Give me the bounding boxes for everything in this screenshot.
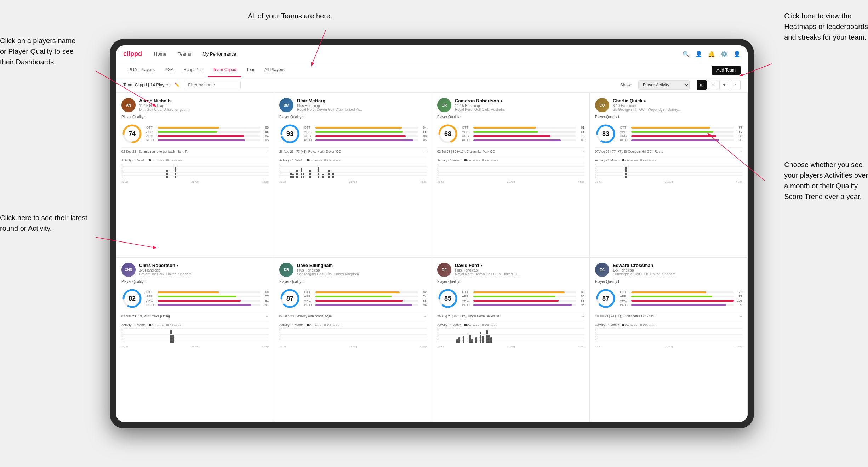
activity-title: Activity · 1 Month xyxy=(437,323,462,327)
legend-on-course: On course xyxy=(464,324,480,327)
round-arrow-icon: → xyxy=(423,150,427,153)
stat-bar-bg-app xyxy=(473,131,576,133)
quality-circle[interactable]: 83 xyxy=(595,123,616,144)
player-name[interactable]: Chris Robertson ● xyxy=(139,263,269,268)
player-handicap: 1-5 Handicap xyxy=(139,268,269,272)
recent-round[interactable]: 18 Jul 23 | 74 (+4), Sunningdale GC - Ol… xyxy=(595,312,742,318)
show-select[interactable]: Player Activity Quality Score Trend xyxy=(638,80,690,90)
stat-bar-ott xyxy=(631,127,710,129)
activity-header: Activity · 1 Month On course Off course xyxy=(279,159,427,162)
filter-button[interactable]: ▼ xyxy=(719,80,729,90)
player-avatar: DB xyxy=(279,263,293,277)
player-info: Aaron Nicholls 11-15 Handicap Drift Golf… xyxy=(139,98,269,112)
stat-label-ott: OTT xyxy=(304,290,314,294)
stat-bar-ott xyxy=(631,291,706,293)
chart-area: 5 4 3 2 1 31 Jul 21 Aug 4 Sep xyxy=(595,164,742,183)
search-input[interactable] xyxy=(184,81,241,89)
player-club: Craigmillar Park, United Kingdom xyxy=(139,272,269,276)
stat-row-putt: PUTT 95 xyxy=(304,138,427,142)
quality-label: Player Quality ℹ xyxy=(437,280,584,284)
quality-circle[interactable]: 82 xyxy=(121,288,143,309)
player-header: AN Aaron Nicholls 11-15 Handicap Drift G… xyxy=(121,98,269,112)
player-card-edward-crossman[interactable]: EC Edward Crossman 1-5 Handicap Sunningd… xyxy=(590,257,748,422)
recent-round[interactable]: 02 Jul 23 | 59 (+17), Craigmillar Park G… xyxy=(437,147,584,153)
stat-row-putt: PUTT 85 xyxy=(462,138,584,142)
quality-circle[interactable]: 87 xyxy=(595,288,616,309)
stat-label-arg: ARG xyxy=(620,134,630,138)
subtab-teamclippd[interactable]: Team Clippd xyxy=(208,63,241,77)
legend-off-label: Off course xyxy=(643,324,656,327)
nav-link-teams[interactable]: Teams xyxy=(176,51,193,57)
chart-yline-4: 4 xyxy=(437,166,584,169)
stat-row-putt: PUTT 85 xyxy=(146,138,269,142)
nav-link-myperformance[interactable]: My Performance xyxy=(201,51,238,57)
subtab-hcaps[interactable]: Hcaps 1-5 xyxy=(178,63,208,77)
chart-ylines: 5 4 3 2 1 xyxy=(279,164,427,178)
bell-icon[interactable]: 🔔 xyxy=(708,51,715,57)
quality-circle[interactable]: 68 xyxy=(437,123,458,144)
player-card-aaron-nicholls[interactable]: AN Aaron Nicholls 11-15 Handicap Drift G… xyxy=(116,93,274,257)
player-name[interactable]: Edward Crossman xyxy=(613,263,742,268)
add-team-button[interactable]: Add Team xyxy=(712,66,741,75)
player-name[interactable]: David Ford ● xyxy=(455,263,584,268)
quality-circle[interactable]: 87 xyxy=(279,288,301,309)
player-name[interactable]: Charlie Quick ● xyxy=(613,98,742,103)
quality-circle[interactable]: 93 xyxy=(279,123,301,144)
player-name[interactable]: Blair McHarg xyxy=(297,98,427,103)
search-icon[interactable]: 🔍 xyxy=(683,51,690,57)
view-grid-button[interactable]: ⊞ xyxy=(697,80,707,90)
stat-value-putt: 92 xyxy=(735,303,742,307)
activity-section: Activity · 1 Month On course Off course … xyxy=(121,321,269,348)
player-card-charlie-quick[interactable]: CQ Charlie Quick ● 6-10 Handicap St. Geo… xyxy=(590,93,748,257)
player-name[interactable]: Dave Billingham xyxy=(297,263,427,268)
stat-bar-bg-arg xyxy=(315,300,418,302)
subtab-pga[interactable]: PGA xyxy=(160,63,178,77)
player-header: DF David Ford ● Plus Handicap Royal Nort… xyxy=(437,263,584,277)
quality-circle[interactable]: 85 xyxy=(437,288,458,309)
recent-round[interactable]: 03 Mar 23 | 19, Must make putting → xyxy=(121,312,269,318)
stat-label-app: APP xyxy=(620,295,630,298)
edit-icon[interactable]: ✏️ xyxy=(175,82,180,87)
player-card-chris-robertson[interactable]: CHR Chris Robertson ● 1-5 Handicap Craig… xyxy=(116,257,274,422)
recent-round[interactable]: 07 Aug 23 | 77 (+7), St George's Hill GC… xyxy=(595,147,742,153)
chart-label-mid: 21 Aug xyxy=(349,181,357,183)
player-card-blair-mcharg[interactable]: BM Blair McHarg Plus Handicap Royal Nort… xyxy=(274,93,432,257)
player-info: Chris Robertson ● 1-5 Handicap Craigmill… xyxy=(139,263,269,276)
profile-icon[interactable]: 👤 xyxy=(695,51,702,57)
stat-bar-putt xyxy=(473,304,572,306)
legend-off-course: Off course xyxy=(324,324,340,327)
quality-label: Player Quality ℹ xyxy=(279,280,427,284)
recent-round-text: 07 Aug 23 | 77 (+7), St George's Hill GC… xyxy=(595,150,663,153)
stat-bar-bg-putt xyxy=(631,139,734,141)
stat-bar-arg xyxy=(473,135,550,137)
annotation-bottom-left: Click here to see their latestround or A… xyxy=(0,212,87,234)
quality-label: Player Quality ℹ xyxy=(437,115,584,119)
recent-round[interactable]: 26 Aug 23 | 84 (+12), Royal North Devon … xyxy=(437,312,584,318)
subtab-pgat[interactable]: PGAT Players xyxy=(123,63,160,77)
nav-logo[interactable]: clippd xyxy=(123,50,142,58)
quality-section: 87 OTT 73 APP xyxy=(595,288,742,309)
subtab-tour[interactable]: Tour xyxy=(241,63,259,77)
stat-row-arg: ARG 83 xyxy=(462,299,584,302)
player-card-dave-billingham[interactable]: DB Dave Billingham Plus Handicap Sog Mag… xyxy=(274,257,432,422)
quality-circle[interactable]: 74 xyxy=(121,123,143,144)
player-card-david-ford[interactable]: DF David Ford ● Plus Handicap Royal Nort… xyxy=(432,257,590,422)
player-info: Edward Crossman 1-5 Handicap Sunningdale… xyxy=(613,263,742,276)
player-header: CQ Charlie Quick ● 6-10 Handicap St. Geo… xyxy=(595,98,742,112)
subtab-allplayers[interactable]: All Players xyxy=(259,63,290,77)
nav-link-home[interactable]: Home xyxy=(153,51,168,57)
stat-label-app: APP xyxy=(146,130,156,133)
recent-round[interactable]: 26 Aug 23 | 73 (+1), Royal North Devon G… xyxy=(279,147,427,153)
settings-icon[interactable]: ⚙️ xyxy=(721,51,728,57)
player-name[interactable]: Cameron Robertson ● xyxy=(455,98,584,103)
recent-round[interactable]: 04 Sep 23 | Mobility with coach, Gym → xyxy=(279,312,427,318)
player-name[interactable]: Aaron Nicholls xyxy=(139,98,269,103)
avatar-icon[interactable]: 👤 xyxy=(733,51,741,57)
stat-row-arg: ARG 83 xyxy=(620,134,742,138)
player-card-cameron-robertson[interactable]: CR Cameron Robertson ● 11-15 Handicap Ro… xyxy=(432,93,590,257)
recent-round[interactable]: 02 Sep 23 | Sunrise round to get back in… xyxy=(121,147,269,153)
sort-button[interactable]: ↕ xyxy=(731,80,741,90)
stat-label-ott: OTT xyxy=(146,290,156,294)
activity-legend: On course Off course xyxy=(622,324,656,327)
view-list-button[interactable]: ≡ xyxy=(708,80,718,90)
